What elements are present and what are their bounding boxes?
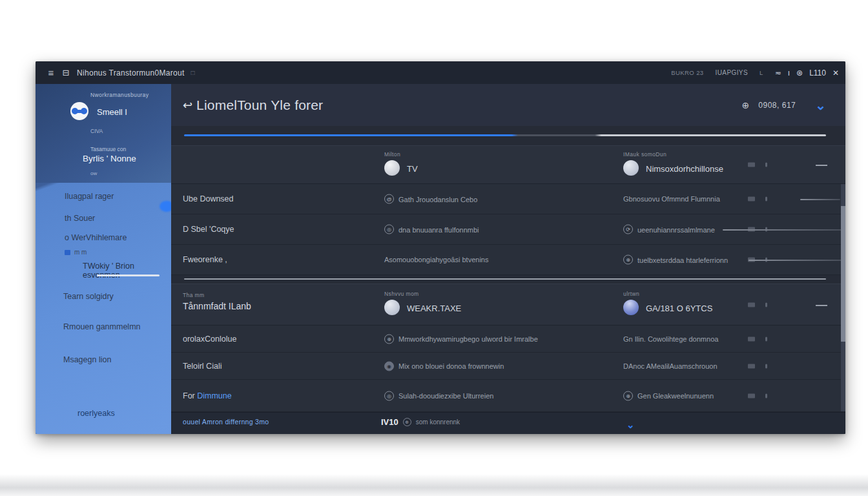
more-icon[interactable] (765, 163, 767, 167)
tab-hint: □ (191, 69, 195, 76)
more-icon[interactable] (765, 393, 767, 398)
row-name-link[interactable]: Dimmune (197, 391, 232, 400)
sidebar-menu: Iluagpal rager th Souer o WerVhihlemare … (36, 183, 171, 434)
avatar[interactable] (384, 300, 400, 315)
avatar[interactable] (623, 160, 639, 176)
tenant-selector[interactable]: Byrlis ' Nonne (83, 154, 136, 163)
table-footer: ouuel Amron differnng 3mo IV10 ⊕ som kon… (171, 412, 845, 434)
footer-count: IV10 (381, 417, 398, 427)
chevron-down-icon[interactable]: ⌄ (815, 102, 826, 108)
page-title: LiomelToun Yle forer (196, 98, 323, 113)
flag-icon[interactable] (748, 364, 755, 368)
flag-icon[interactable] (748, 163, 755, 167)
globe-icon[interactable]: ⊛ (796, 68, 803, 78)
table-row[interactable]: For Dimmune ◎Sulah-dooudiezxibe Ulturrei… (171, 380, 845, 412)
sidebar-item-6[interactable]: Tearn solgidry (63, 292, 114, 301)
row-detail: Gbnosuovu Ofmmnd Flumnnia (623, 195, 720, 203)
vertical-scrollbar[interactable] (841, 184, 845, 411)
avatar[interactable] (384, 160, 400, 176)
row-detail: Asomouobongiahygoāsi btvenins (384, 256, 488, 264)
table-row[interactable]: orolaxConlolue ⊕Mmworkdhywamirugbego ulw… (171, 326, 845, 353)
more-icon[interactable] (765, 197, 767, 202)
profile-avatar[interactable] (70, 102, 88, 120)
section-entity: TV (407, 164, 418, 174)
shield-icon: ◎ (384, 225, 394, 234)
sidebar-item-8[interactable]: Msagegn lion (63, 355, 111, 364)
shield-icon: ◎ (384, 391, 394, 400)
active-item-underline (97, 274, 160, 276)
row-name: D Sbel 'Coqye (183, 225, 234, 234)
column-label: Nshvvu mom (384, 291, 419, 297)
row-detail: Gath Jrouodanslun Cebo (398, 195, 477, 203)
section-header-2: Tha mm Tånnmfadt ILanb Nshvvu mom WEAKR.… (171, 284, 845, 326)
mention-icon: @ (384, 194, 394, 204)
status-label-left: BUKRO 23 (671, 69, 703, 76)
more-icon[interactable] (765, 302, 767, 307)
status-icon: ◉ (384, 361, 394, 371)
row-detail: Gen Gleakweelnunuenn (637, 392, 714, 400)
row-detail: DAnoc AMealilAuamschrouon (623, 362, 718, 370)
footer-link[interactable]: ouuel Amron differnng 3mo (183, 418, 269, 426)
tenant-label: Tasamuue con (90, 146, 126, 152)
main-content: ↩ LiomelToun Yle forer ⊕ 0908, 617 ⌄ Mil… (171, 84, 845, 434)
table-row[interactable]: Teloirl Ciali ◉Mix ono blouei donoa frow… (171, 353, 845, 380)
section-header-1: Milton TV IMauk somoDun Nimsoxdorhchillo… (171, 145, 845, 184)
section-separator-zone (171, 275, 845, 284)
back-icon[interactable]: ↩ (183, 98, 192, 112)
row-name: orolaxConlolue (183, 335, 236, 344)
avatar[interactable] (623, 300, 639, 315)
flag-icon[interactable] (748, 197, 755, 202)
sidebar-item-2[interactable]: th Souer (65, 214, 95, 223)
section-entity: GA/181 O 6YTCS (646, 304, 712, 313)
close-icon[interactable]: ✕ (832, 68, 839, 78)
column-label: IMauk somoDun (623, 151, 666, 158)
progress-divider-zone (171, 126, 845, 145)
table-row[interactable]: Ube Downsed @Gath Jrouodanslun Cebo Gbno… (171, 184, 845, 214)
sidebar-item-5[interactable]: TWokiy ' Brion esvonmen (83, 262, 171, 280)
more-icon[interactable] (765, 336, 767, 341)
scrollbar-thumb[interactable] (841, 206, 845, 342)
sidebar-item-3[interactable]: o WerVhihlemare (65, 233, 127, 242)
app-window: ≡ ⊟ Nihonus Transtormun0Marout □ BUKRO 2… (36, 61, 845, 434)
row-name: Ube Downsed (183, 194, 234, 203)
column-label: Tha mm (183, 292, 205, 298)
table-row[interactable]: D Sbel 'Coqye ◎dna bnuuanra ffulfonnmbi … (171, 214, 845, 245)
globe-icon: ⊕ (742, 100, 750, 110)
status-label-extra: L (760, 69, 763, 76)
app-icon: ⊟ (59, 68, 73, 78)
column-label: Milton (384, 151, 400, 158)
row-detail: Mix ono blouei donoa frownnewin (398, 362, 504, 370)
divider-icon: ı (788, 68, 790, 78)
sidebar-item-9[interactable]: roerlyeaks (78, 409, 115, 418)
empty-value-dash (816, 165, 827, 166)
flag-icon[interactable] (748, 302, 755, 307)
profile-label: Nworkramanusbuuray (90, 92, 149, 98)
more-icon[interactable] (765, 364, 767, 368)
row-name: For (183, 391, 197, 400)
progress-line (749, 260, 845, 261)
bullet-icon (65, 250, 70, 255)
sidebar-profile-panel: Nworkramanusbuuray Smeell I CIVA Tasamuu… (36, 84, 171, 183)
row-detail: ueenuhiannrssalmlmane (637, 225, 715, 233)
sidebar-item-1[interactable]: Iluagpal rager (65, 192, 114, 201)
restore-icon[interactable]: L110 (809, 68, 826, 78)
chevron-down-icon[interactable]: ⌄ (626, 419, 635, 431)
hamburger-menu-icon[interactable]: ≡ (43, 67, 59, 78)
section-entity: WEAKR.TAXE (407, 304, 461, 313)
sync-icon: ⟳ (623, 225, 633, 234)
table-row[interactable]: Fweorenke , Asomouobongiahygoāsi btvenin… (171, 245, 845, 275)
titlebar: ≡ ⊟ Nihonus Transtormun0Marout □ BUKRO 2… (36, 61, 845, 84)
sidebar-item-7[interactable]: Rmouen ganmmelmn (63, 322, 141, 331)
flag-icon[interactable] (748, 336, 755, 341)
section-entity: Nimsoxdorhchillonse (646, 164, 723, 174)
flag-icon[interactable] (748, 393, 755, 398)
window-title: Nihonus Transtormun0Marout (77, 68, 185, 78)
minimize-icon[interactable]: ≂ (775, 68, 781, 78)
row-detail: Gn Ilin. Cowolihtege donmnoa (623, 335, 718, 343)
globe-icon: ⊕ (403, 418, 411, 426)
row-name: Fweorenke , (183, 255, 227, 264)
page-shadow (0, 474, 868, 496)
row-detail: dna bnuuanra ffulfonnmbi (398, 225, 479, 233)
sidebar-item-4[interactable]: m m (65, 249, 87, 256)
header-count: 0908, 617 (758, 101, 796, 110)
